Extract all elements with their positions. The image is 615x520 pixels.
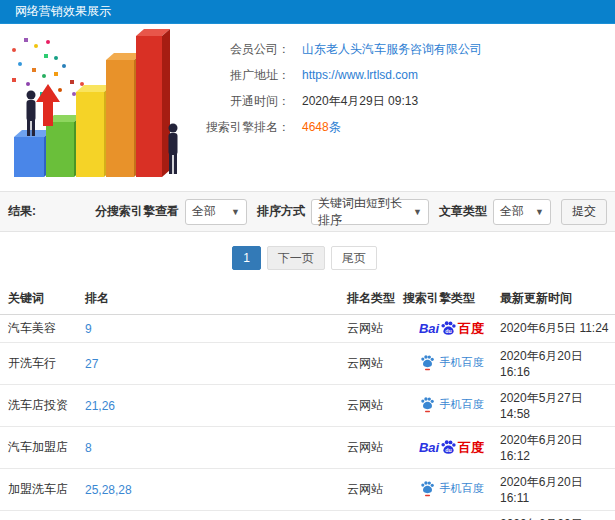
engine-rank-label: 搜索引擎排名：: [185, 118, 290, 136]
updated-cell: 2020年6月20日 16:16: [500, 343, 615, 385]
engine-filter-select[interactable]: 全部 ▼: [185, 199, 247, 225]
baidu-paw-icon: [420, 480, 435, 497]
company-label: 会员公司：: [185, 40, 290, 58]
baidu-logo: Bai du 百度: [419, 439, 484, 456]
svg-text:du: du: [445, 447, 451, 453]
keyword-ranking-table: 关键词 排名 排名类型 搜索引擎类型 最新更新时间 汽车美容 9 云网站 Bai: [0, 282, 615, 520]
col-updated: 最新更新时间: [500, 282, 615, 315]
article-type-label: 文章类型: [439, 203, 487, 220]
company-row: 会员公司： 山东老人头汽车服务咨询有限公司: [185, 40, 615, 58]
rank-link[interactable]: 27: [85, 357, 98, 371]
chevron-down-icon: ▼: [413, 207, 422, 217]
promo-url-label: 推广地址：: [185, 66, 290, 84]
chevron-down-icon: ▼: [231, 207, 240, 217]
member-info: 会员公司： 山东老人头汽车服务咨询有限公司 推广地址： https://www.…: [185, 24, 615, 191]
rank-type-cell: 云网站: [347, 315, 403, 343]
article-type-select[interactable]: 全部 ▼: [493, 199, 551, 225]
rank-cell: 21,26: [85, 385, 347, 427]
rank-count-unit: 条: [329, 120, 341, 134]
table-row: 汽车加盟店 8 云网站 Bai du 百度: [0, 427, 615, 469]
table-row: 开洗车行 27 云网站 Bai du 百度: [0, 343, 615, 385]
baidu-paw-icon: [420, 354, 435, 371]
updated-cell: 2020年6月20日 16:11: [500, 469, 615, 511]
last-page-button[interactable]: 尾页: [331, 246, 377, 270]
rank-type-cell: 云网站: [347, 511, 403, 520]
updated-cell: 2020年6月20日 16:12: [500, 427, 615, 469]
rank-link[interactable]: 9: [85, 322, 92, 336]
col-rank-type: 排名类型: [347, 282, 403, 315]
baidu-paw-icon: [420, 396, 435, 413]
filter-bar: 结果: 分搜索引擎查看 全部 ▼ 排序方式 关键词由短到长排序 ▼ 文章类型 全…: [0, 191, 615, 232]
updated-cell: 2020年5月27日 14:58: [500, 385, 615, 427]
updated-cell: 2020年6月20日 16:12: [500, 511, 615, 520]
baidu-paw-icon: du: [440, 439, 457, 456]
sort-value: 关键词由短到长排序: [318, 195, 405, 229]
next-page-button[interactable]: 下一页: [267, 246, 325, 270]
engine-filter-value: 全部: [192, 203, 223, 220]
rank-link[interactable]: 25,28,28: [85, 483, 132, 497]
open-time-label: 开通时间：: [185, 92, 290, 110]
top-section: 会员公司： 山东老人头汽车服务咨询有限公司 推广地址： https://www.…: [0, 24, 615, 191]
engine-filter-label: 分搜索引擎查看: [95, 203, 179, 220]
businessman-left: [27, 91, 36, 137]
sort-select[interactable]: 关键词由短到长排序 ▼: [311, 199, 429, 225]
company-link[interactable]: 山东老人头汽车服务咨询有限公司: [302, 40, 482, 58]
engine-cell: Bai du 百度: [403, 469, 500, 511]
engine-cell: Bai du 百度: [403, 427, 500, 469]
open-time-value: 2020年4月29日 09:13: [302, 92, 418, 110]
engine-cell: Bai du 百度: [403, 385, 500, 427]
baidu-paw-icon: du: [440, 320, 457, 337]
engine-rank-row: 搜索引擎排名： 4648条: [185, 118, 615, 136]
mobile-baidu-logo: 手机百度: [420, 354, 484, 371]
engine-cell: Bai du 百度: [403, 343, 500, 385]
promo-url-row: 推广地址： https://www.lrtlsd.com: [185, 66, 615, 84]
rank-type-cell: 云网站: [347, 469, 403, 511]
promo-url-link[interactable]: https://www.lrtlsd.com: [302, 66, 418, 84]
keyword-cell: 汽车美容: [0, 315, 85, 343]
businessman-right: [169, 124, 178, 175]
table-row: 汽车美容 9 云网站 Bai du 百度: [0, 315, 615, 343]
table-header-row: 关键词 排名 排名类型 搜索引擎类型 最新更新时间: [0, 282, 615, 315]
submit-button[interactable]: 提交: [561, 199, 607, 225]
rank-cell: 27: [85, 343, 347, 385]
marketing-results-page: 网络营销效果展示: [0, 0, 615, 520]
open-time-row: 开通时间： 2020年4月29日 09:13: [185, 92, 615, 110]
keyword-cell: 汽车加盟店: [0, 427, 85, 469]
engine-cell: Bai du 百度: [403, 511, 500, 520]
rank-cell: 9: [85, 315, 347, 343]
rank-link[interactable]: 8: [85, 441, 92, 455]
table-row: 洗车赚钱吗 30 云网站 Bai du 百度: [0, 511, 615, 520]
rank-type-cell: 云网站: [347, 343, 403, 385]
rank-cell: 8: [85, 427, 347, 469]
svg-text:du: du: [445, 328, 451, 334]
col-rank: 排名: [85, 282, 347, 315]
col-engine-type: 搜索引擎类型: [403, 282, 500, 315]
article-type-value: 全部: [500, 203, 527, 220]
rank-count: 4648: [302, 120, 329, 134]
table-row: 加盟洗车店 25,28,28 云网站 Bai du 百度: [0, 469, 615, 511]
keyword-cell: 加盟洗车店: [0, 469, 85, 511]
keyword-cell: 开洗车行: [0, 343, 85, 385]
keyword-cell: 洗车店投资: [0, 385, 85, 427]
baidu-logo: Bai du 百度: [419, 320, 484, 337]
chevron-down-icon: ▼: [535, 207, 544, 217]
growth-chart-illustration: [0, 24, 185, 191]
page-1-button[interactable]: 1: [232, 246, 261, 270]
titlebar: 网络营销效果展示: [0, 0, 615, 24]
table-row: 洗车店投资 21,26 云网站 Bai du 百度: [0, 385, 615, 427]
engine-rank-value: 4648条: [302, 118, 341, 136]
sort-label: 排序方式: [257, 203, 305, 220]
engine-cell: Bai du 百度: [403, 315, 500, 343]
updated-cell: 2020年6月5日 11:24: [500, 315, 615, 343]
keyword-cell: 洗车赚钱吗: [0, 511, 85, 520]
pagination: 1 下一页 尾页: [0, 246, 615, 270]
mobile-baidu-logo: 手机百度: [420, 480, 484, 497]
col-keyword: 关键词: [0, 282, 85, 315]
rank-type-cell: 云网站: [347, 427, 403, 469]
page-title: 网络营销效果展示: [15, 3, 111, 20]
mobile-baidu-logo: 手机百度: [420, 396, 484, 413]
rank-cell: 25,28,28: [85, 469, 347, 511]
result-label: 结果:: [8, 203, 36, 220]
rank-cell: 30: [85, 511, 347, 520]
rank-link[interactable]: 21,26: [85, 399, 115, 413]
